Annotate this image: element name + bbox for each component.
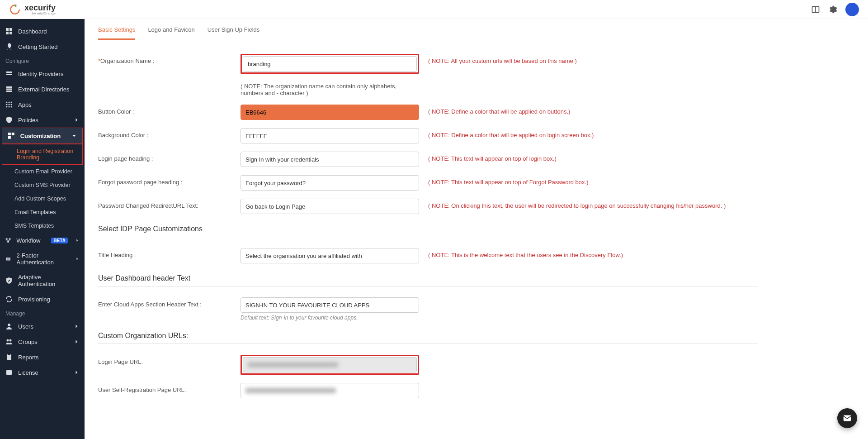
svg-rect-6 xyxy=(9,32,12,34)
svg-rect-3 xyxy=(6,28,9,31)
title-heading-note: ( NOTE: This is the welcome text that th… xyxy=(428,248,758,258)
sidebar-item-adaptive[interactable]: Adaptive Authentication xyxy=(0,270,85,291)
svg-rect-25 xyxy=(8,136,11,139)
svg-text:123: 123 xyxy=(7,258,10,260)
cloud-apps-input[interactable] xyxy=(241,297,419,313)
shield-check-icon xyxy=(5,277,13,284)
svg-point-16 xyxy=(11,102,12,103)
main-content: Basic Settings Logo and Favicon User Sig… xyxy=(85,19,868,439)
tab-signup-fields[interactable]: User Sign Up Fields xyxy=(208,21,260,40)
sidebar-item-reports[interactable]: Reports xyxy=(0,349,85,365)
forgot-heading-label: Forgot password page heading : xyxy=(98,175,241,186)
tab-basic-settings[interactable]: Basic Settings xyxy=(98,21,135,40)
brand-subtitle: by miniOrange xyxy=(32,12,56,15)
sidebar-sub-login-branding[interactable]: Login and Registration Branding xyxy=(2,144,83,165)
sidebar-label: Customization xyxy=(20,133,61,139)
svg-point-31 xyxy=(8,324,10,326)
svg-rect-35 xyxy=(8,354,10,355)
sidebar-item-license[interactable]: License xyxy=(0,365,85,380)
svg-point-15 xyxy=(9,102,10,103)
chevron-right-icon xyxy=(74,324,79,329)
forgot-heading-note: ( NOTE: This text will appear on top of … xyxy=(428,175,758,186)
svg-rect-13 xyxy=(6,91,12,92)
sidebar-section-manage: Manage xyxy=(0,307,85,319)
two-factor-icon: 123 xyxy=(5,255,11,262)
sync-icon xyxy=(5,296,13,303)
org-name-input[interactable] xyxy=(243,56,417,72)
sidebar-sub-sms-templates[interactable]: SMS Templates xyxy=(0,219,85,233)
bg-color-input[interactable] xyxy=(241,128,419,143)
panel-icon[interactable] xyxy=(811,5,820,14)
svg-rect-36 xyxy=(6,370,12,375)
sidebar-item-apps[interactable]: Apps xyxy=(0,97,85,112)
gear-icon[interactable] xyxy=(828,5,837,14)
license-icon xyxy=(5,369,13,376)
forgot-heading-input[interactable] xyxy=(241,175,419,191)
button-color-input[interactable] xyxy=(241,105,419,120)
sidebar-item-identity-providers[interactable]: Identity Providers xyxy=(0,66,85,81)
sidebar-item-getting-started[interactable]: Getting Started xyxy=(0,39,85,54)
title-heading-input[interactable] xyxy=(241,248,419,263)
cloud-apps-label: Enter Cloud Apps Section Header Text : xyxy=(98,297,241,308)
sidebar-item-customization[interactable]: Customization xyxy=(2,128,82,143)
top-header: xecurify by miniOrange xyxy=(0,0,868,19)
sidebar-item-provisioning[interactable]: Provisioning xyxy=(0,291,85,307)
sidebar-item-two-factor[interactable]: 123 2-Factor Authentication xyxy=(0,248,85,270)
chevron-right-icon xyxy=(75,256,79,262)
user-icon xyxy=(5,323,13,330)
self-reg-url-label: User Self-Registration Page URL: xyxy=(98,383,241,393)
user-avatar[interactable] xyxy=(845,3,859,16)
sidebar-label: Adaptive Authentication xyxy=(18,274,79,287)
pw-redirect-label: Password Changed RedirectURL Text: xyxy=(98,199,241,209)
sidebar-item-policies[interactable]: Policies xyxy=(0,112,85,128)
sidebar-sub-sms-provider[interactable]: Custom SMS Provider xyxy=(0,178,85,192)
brand-name: xecurify xyxy=(24,4,56,12)
login-url-highlight xyxy=(241,355,419,375)
button-color-label: Button Color : xyxy=(98,105,241,115)
sidebar-section-configure: Configure xyxy=(0,54,85,66)
clipboard-icon xyxy=(5,353,13,361)
mail-icon xyxy=(842,413,852,423)
sidebar-sub-email-provider[interactable]: Custom Email Provider xyxy=(0,165,85,178)
chevron-right-icon xyxy=(74,117,79,123)
svg-rect-11 xyxy=(6,86,12,88)
shield-icon xyxy=(5,116,13,124)
sidebar-label: Users xyxy=(18,323,33,330)
sidebar-sub-email-templates[interactable]: Email Templates xyxy=(0,205,85,219)
sidebar-item-dashboard[interactable]: Dashboard xyxy=(0,24,85,39)
sidebar-item-workflow[interactable]: Workflow BETA xyxy=(0,233,85,248)
sidebar-label: Apps xyxy=(18,101,32,108)
title-heading-label: Title Heading : xyxy=(98,248,241,258)
sidebar-label: 2-Factor Authentication xyxy=(17,252,64,266)
pw-redirect-input[interactable] xyxy=(241,199,419,214)
svg-rect-28 xyxy=(7,241,9,243)
login-heading-note: ( NOTE: This text will appear on top of … xyxy=(428,152,758,162)
dashboard-header-section: User Dashboard header Text xyxy=(98,274,758,282)
sidebar-item-users[interactable]: Users xyxy=(0,319,85,334)
login-heading-input[interactable] xyxy=(241,152,419,167)
svg-point-9 xyxy=(7,72,8,73)
customize-icon xyxy=(8,132,15,139)
login-url-label: Login Page URL: xyxy=(98,355,241,365)
custom-urls-section: Custom Organization URLs: xyxy=(98,332,758,340)
sidebar-label: Workflow xyxy=(16,237,40,244)
group-icon xyxy=(5,338,13,345)
header-actions xyxy=(811,3,859,16)
rocket-icon xyxy=(5,43,13,50)
sidebar-sub-scopes[interactable]: Add Custom Scopes xyxy=(0,192,85,205)
svg-rect-12 xyxy=(6,89,12,90)
self-reg-url-readonly xyxy=(241,383,419,398)
sidebar-item-groups[interactable]: Groups xyxy=(0,334,85,349)
svg-rect-37 xyxy=(844,415,851,421)
svg-point-32 xyxy=(7,339,9,342)
svg-point-19 xyxy=(11,104,12,105)
svg-rect-23 xyxy=(8,133,11,135)
sidebar-item-external-directories[interactable]: External Directories xyxy=(0,81,85,97)
svg-point-10 xyxy=(7,74,8,75)
tab-logo-favicon[interactable]: Logo and Favicon xyxy=(148,21,194,40)
tabs: Basic Settings Logo and Favicon User Sig… xyxy=(98,21,854,40)
bg-color-label: Background Color : xyxy=(98,128,241,138)
sidebar-label: Provisioning xyxy=(18,296,50,303)
brand-logo: xecurify by miniOrange xyxy=(9,4,56,15)
chat-fab[interactable] xyxy=(837,408,857,428)
